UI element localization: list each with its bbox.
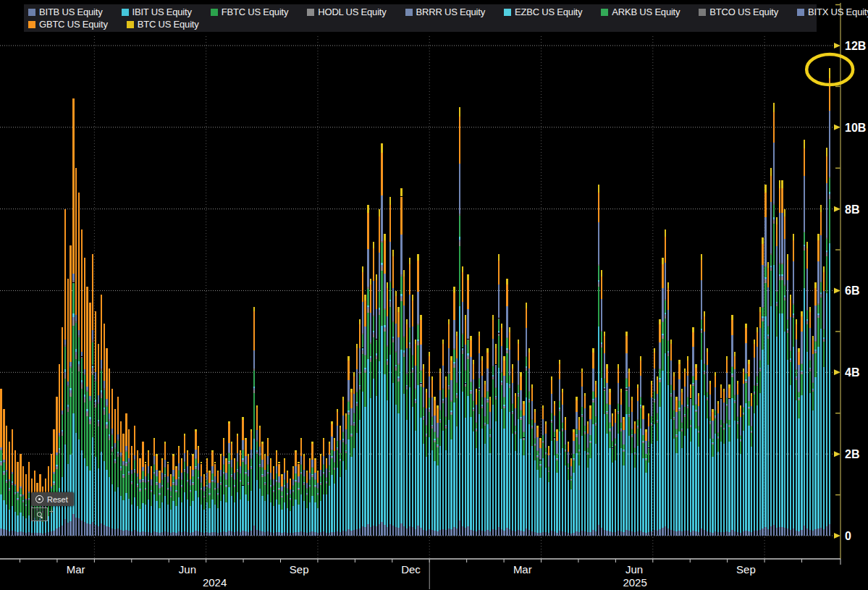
bar-segment[interactable] — [62, 415, 63, 429]
bar-segment[interactable] — [439, 419, 441, 420]
bar-segment[interactable] — [264, 482, 266, 483]
bar-segment[interactable] — [754, 385, 755, 386]
bar-segment[interactable] — [0, 461, 1, 463]
bar-segment[interactable] — [237, 436, 238, 453]
bar-segment[interactable] — [620, 389, 622, 392]
bar-segment[interactable] — [384, 525, 385, 536]
bar-segment[interactable] — [473, 410, 474, 411]
bar-segment[interactable] — [245, 473, 246, 473]
bar-segment[interactable] — [453, 292, 455, 320]
bar-segment[interactable] — [595, 416, 597, 423]
bar-segment[interactable] — [531, 426, 533, 426]
bar-segment[interactable] — [206, 458, 208, 460]
bar-segment[interactable] — [701, 329, 702, 330]
bar-segment[interactable] — [347, 413, 349, 415]
bar-segment[interactable] — [117, 434, 119, 439]
bar-segment[interactable] — [654, 391, 655, 392]
bar-segment[interactable] — [250, 491, 252, 531]
bar-segment[interactable] — [347, 529, 349, 536]
bar-segment[interactable] — [292, 485, 294, 486]
bar-segment[interactable] — [465, 384, 466, 387]
bar-segment[interactable] — [678, 400, 680, 401]
bar-segment[interactable] — [587, 455, 589, 468]
bar-segment[interactable] — [651, 416, 652, 417]
bar-segment[interactable] — [311, 477, 313, 496]
bar-segment[interactable] — [501, 381, 502, 382]
bar-segment[interactable] — [125, 493, 127, 530]
bar-segment[interactable] — [331, 456, 332, 457]
bar-segment[interactable] — [823, 337, 825, 339]
bar-segment[interactable] — [175, 466, 177, 468]
bar-segment[interactable] — [536, 437, 538, 450]
bar-segment[interactable] — [489, 397, 491, 400]
bar-segment[interactable] — [793, 316, 794, 319]
bar-segment[interactable] — [250, 431, 252, 450]
bar-segment[interactable] — [345, 413, 347, 416]
bar-segment[interactable] — [704, 372, 705, 374]
bar-segment[interactable] — [53, 474, 54, 481]
bar-segment[interactable] — [22, 532, 24, 536]
bar-segment[interactable] — [190, 486, 191, 491]
bar-segment[interactable] — [620, 392, 622, 405]
bar-segment[interactable] — [798, 531, 799, 536]
bar-segment[interactable] — [320, 470, 321, 476]
bar-segment[interactable] — [145, 505, 146, 533]
bar-segment[interactable] — [347, 439, 349, 529]
bar-segment[interactable] — [601, 270, 602, 276]
bar-segment[interactable] — [203, 474, 205, 476]
bar-segment[interactable] — [69, 368, 71, 388]
bar-segment[interactable] — [400, 277, 402, 294]
bar-segment[interactable] — [306, 489, 308, 493]
bar-segment[interactable] — [470, 530, 471, 536]
bar-segment[interactable] — [9, 491, 10, 510]
bar-segment[interactable] — [625, 336, 627, 353]
bar-segment[interactable] — [89, 396, 90, 400]
bar-segment[interactable] — [298, 462, 299, 463]
bar-segment[interactable] — [353, 413, 355, 413]
bar-segment[interactable] — [762, 316, 763, 318]
bar-segment[interactable] — [598, 266, 599, 279]
bar-segment[interactable] — [175, 485, 177, 486]
bar-segment[interactable] — [256, 440, 258, 441]
bar-segment[interactable] — [364, 355, 366, 368]
bar-segment[interactable] — [625, 387, 627, 388]
bar-segment[interactable] — [261, 474, 263, 475]
bar-segment[interactable] — [364, 373, 366, 407]
bar-segment[interactable] — [237, 471, 238, 472]
bar-segment[interactable] — [726, 423, 728, 531]
bar-segment[interactable] — [814, 305, 816, 341]
bar-segment[interactable] — [481, 356, 483, 361]
bar-segment[interactable] — [384, 240, 385, 274]
bar-segment[interactable] — [568, 463, 569, 467]
bar-segment[interactable] — [678, 364, 680, 379]
bar-segment[interactable] — [395, 291, 397, 297]
bar-segment[interactable] — [314, 486, 316, 487]
bar-segment[interactable] — [203, 496, 205, 497]
bar-segment[interactable] — [728, 532, 730, 536]
bar-segment[interactable] — [798, 348, 799, 353]
bar-segment[interactable] — [125, 466, 127, 493]
bar-segment[interactable] — [356, 392, 358, 402]
bar-segment[interactable] — [403, 336, 405, 337]
bar-segment[interactable] — [423, 418, 424, 420]
bar-segment[interactable] — [812, 392, 814, 410]
bar-segment[interactable] — [673, 418, 675, 418]
bar-segment[interactable] — [240, 450, 241, 452]
bar-segment[interactable] — [0, 462, 1, 463]
bar-segment[interactable] — [526, 356, 527, 357]
bar-segment[interactable] — [384, 327, 385, 329]
bar-segment[interactable] — [53, 484, 54, 485]
bar-segment[interactable] — [556, 454, 557, 458]
bar-segment[interactable] — [287, 494, 288, 494]
bar-segment[interactable] — [726, 397, 728, 398]
bar-segment[interactable] — [479, 389, 480, 391]
bar-segment[interactable] — [298, 489, 299, 489]
bar-segment[interactable] — [776, 217, 778, 224]
bar-segment[interactable] — [793, 305, 794, 314]
bar-segment[interactable] — [701, 280, 702, 320]
bar-segment[interactable] — [311, 442, 313, 444]
bar-segment[interactable] — [764, 266, 766, 267]
bar-segment[interactable] — [409, 342, 410, 344]
bar-segment[interactable] — [331, 421, 332, 424]
bar-segment[interactable] — [423, 444, 424, 530]
